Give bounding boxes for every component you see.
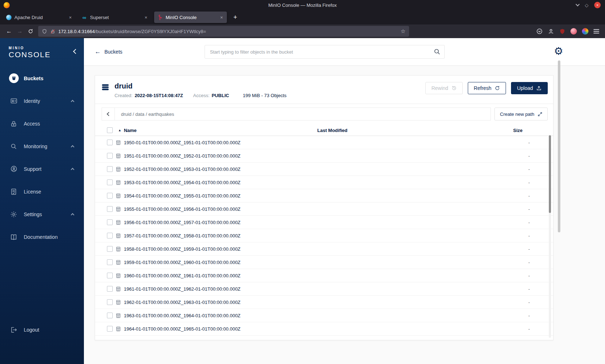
sidebar-item-license[interactable]: License (0, 180, 84, 203)
table-row[interactable]: 1955-01-01T00:00:00.000Z_1956-01-01T00:0… (95, 203, 553, 216)
breadcrumb[interactable]: druid / data / earthquakes (115, 112, 174, 117)
tab-minio-console[interactable]: MinIO Console × (154, 12, 227, 23)
table-row[interactable]: 1959-01-01T00:00:00.000Z_1960-01-01T00:0… (95, 256, 553, 269)
search-input[interactable] (205, 45, 445, 59)
row-checkbox[interactable] (107, 206, 113, 212)
logo-console-text: CONSOLE (9, 50, 84, 59)
ublock-icon[interactable] (559, 28, 565, 35)
back-to-buckets-link[interactable]: ← Buckets (95, 48, 122, 55)
column-name[interactable]: ▲ Name (116, 128, 311, 133)
sidebar-item-monitoring[interactable]: Monitoring (0, 135, 84, 158)
object-name-cell[interactable]: 1959-01-01T00:00:00.000Z_1960-01-01T00:0… (116, 260, 311, 265)
table-row[interactable]: 1954-01-01T00:00:00.000Z_1955-01-01T00:0… (95, 189, 553, 203)
bucket-meta: Created: 2022-08-15T14:08:47Z Access: PU… (115, 93, 287, 98)
pocket-icon[interactable] (536, 28, 543, 35)
sidebar-item-support[interactable]: Support (0, 158, 84, 180)
object-name-cell[interactable]: 1951-01-01T00:00:00.000Z_1952-01-01T00:0… (116, 153, 311, 159)
object-name-cell[interactable]: 1960-01-01T00:00:00.000Z_1961-01-01T00:0… (116, 273, 311, 278)
tab-close-icon[interactable]: × (143, 15, 148, 20)
row-checkbox[interactable] (107, 193, 113, 199)
sidebar-item-buckets[interactable]: Buckets (0, 67, 84, 90)
object-name-cell[interactable]: 1952-01-01T00:00:00.000Z_1953-01-01T00:0… (116, 167, 311, 172)
tab-close-icon[interactable]: × (68, 15, 73, 20)
table-row[interactable]: 1957-01-01T00:00:00.000Z_1958-01-01T00:0… (95, 229, 553, 242)
object-name-cell[interactable]: 1953-01-01T00:00:00.000Z_1954-01-01T00:0… (116, 180, 311, 185)
row-checkbox[interactable] (107, 273, 113, 278)
search-icon[interactable] (434, 48, 440, 55)
row-checkbox[interactable] (107, 286, 113, 292)
object-name-cell[interactable]: 1950-01-01T00:00:00.000Z_1951-01-01T00:0… (116, 140, 311, 145)
sidebar-item-logout[interactable]: Logout (0, 318, 84, 341)
upload-button[interactable]: Upload (511, 82, 548, 94)
settings-gear-icon[interactable]: ⚙ (554, 46, 563, 56)
row-checkbox[interactable] (107, 326, 113, 332)
tab-superset[interactable]: ∞ Superset × (79, 12, 151, 23)
url-bar[interactable]: 172.18.0.4:31664/buckets/druid/browse/ZG… (38, 26, 409, 37)
back-button[interactable]: ← (4, 26, 14, 36)
account-icon[interactable] (548, 28, 554, 35)
window-maximize-icon[interactable]: ◇ (585, 3, 588, 8)
page-scrollbar[interactable] (558, 60, 560, 232)
bookmark-star-icon[interactable]: ☆ (401, 28, 405, 35)
tracking-shield-icon[interactable] (42, 29, 47, 34)
select-all-checkbox[interactable] (107, 127, 113, 133)
table-row[interactable]: 1961-01-01T00:00:00.000Z_1962-01-01T00:0… (95, 282, 553, 296)
object-name-cell[interactable]: 1955-01-01T00:00:00.000Z_1956-01-01T00:0… (116, 206, 311, 212)
object-name-cell[interactable]: 1961-01-01T00:00:00.000Z_1962-01-01T00:0… (116, 286, 311, 292)
object-name-cell[interactable]: 1963-01-01T00:00:00.000Z_1964-01-01T00:0… (116, 313, 311, 318)
object-name-cell[interactable]: 1962-01-01T00:00:00.000Z_1963-01-01T00:0… (116, 300, 311, 305)
column-last-modified[interactable]: Last Modified (311, 128, 508, 133)
sidebar-item-identity[interactable]: Identity (0, 90, 84, 112)
row-checkbox[interactable] (107, 140, 113, 145)
table-row[interactable]: 1958-01-01T00:00:00.000Z_1959-01-01T00:0… (95, 242, 553, 256)
row-checkbox[interactable] (107, 246, 113, 252)
row-checkbox[interactable] (107, 299, 113, 305)
path-back-button[interactable] (102, 108, 115, 120)
table-row[interactable]: 1951-01-01T00:00:00.000Z_1952-01-01T00:0… (95, 149, 553, 163)
table-row[interactable]: 1956-01-01T00:00:00.000Z_1957-01-01T00:0… (95, 216, 553, 229)
object-name-cell[interactable]: 1956-01-01T00:00:00.000Z_1957-01-01T00:0… (116, 220, 311, 225)
extension-icon[interactable] (582, 28, 588, 35)
table-row[interactable]: 1960-01-01T00:00:00.000Z_1961-01-01T00:0… (95, 269, 553, 282)
row-checkbox[interactable] (107, 219, 113, 225)
tab-apache-druid[interactable]: Apache Druid × (3, 12, 76, 23)
object-name-cell[interactable]: 1957-01-01T00:00:00.000Z_1958-01-01T00:0… (116, 233, 311, 238)
table-row[interactable]: 1950-01-01T00:00:00.000Z_1951-01-01T00:0… (95, 136, 553, 149)
table-row[interactable]: 1963-01-01T00:00:00.000Z_1964-01-01T00:0… (95, 309, 553, 322)
table-row[interactable]: 1952-01-01T00:00:00.000Z_1953-01-01T00:0… (95, 163, 553, 176)
table-row[interactable]: 1962-01-01T00:00:00.000Z_1963-01-01T00:0… (95, 296, 553, 309)
table-scrollbar-thumb[interactable] (549, 135, 551, 213)
object-name-cell[interactable]: 1964-01-01T00:00:00.000Z_1965-01-01T00:0… (116, 326, 311, 332)
tab-close-icon[interactable]: × (219, 15, 224, 20)
row-checkbox[interactable] (107, 259, 113, 265)
object-name-cell[interactable]: 1954-01-01T00:00:00.000Z_1955-01-01T00:0… (116, 193, 311, 199)
row-checkbox[interactable] (107, 166, 113, 172)
row-checkbox[interactable] (107, 179, 113, 185)
sidebar-item-access[interactable]: Access (0, 112, 84, 135)
sidebar-item-settings[interactable]: Settings (0, 203, 84, 226)
new-tab-button[interactable]: + (230, 14, 241, 21)
object-name-cell[interactable]: 1958-01-01T00:00:00.000Z_1959-01-01T00:0… (116, 246, 311, 252)
rewind-icon (452, 86, 457, 91)
table-row[interactable]: 1964-01-01T00:00:00.000Z_1965-01-01T00:0… (95, 322, 553, 336)
window-minimize-icon[interactable] (575, 2, 579, 6)
object-size: - (508, 233, 550, 238)
row-checkbox[interactable] (107, 153, 113, 159)
refresh-button[interactable]: Refresh (468, 82, 506, 94)
sidebar-item-documentation[interactable]: Documentation (0, 226, 84, 248)
column-size[interactable]: Size (508, 128, 550, 133)
table-row[interactable]: 1953-01-01T00:00:00.000Z_1954-01-01T00:0… (95, 176, 553, 189)
rewind-button[interactable]: Rewind (425, 82, 463, 94)
profile-avatar-icon[interactable] (570, 28, 577, 35)
insecure-lock-icon[interactable] (50, 29, 55, 34)
sidebar-item-label: Logout (24, 327, 39, 333)
row-checkbox[interactable] (107, 233, 113, 238)
row-checkbox[interactable] (107, 313, 113, 318)
access-value[interactable]: PUBLIC (212, 93, 229, 98)
reload-button[interactable] (25, 26, 36, 36)
upload-icon (536, 86, 542, 91)
menu-icon[interactable] (593, 29, 599, 33)
forward-button[interactable]: → (14, 26, 25, 36)
create-new-path-button[interactable]: Create new path (494, 108, 548, 120)
window-close-icon[interactable]: × (594, 2, 601, 8)
